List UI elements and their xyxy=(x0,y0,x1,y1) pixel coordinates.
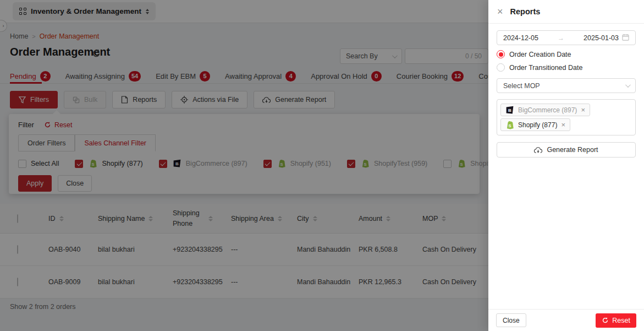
range-arrow-icon: → xyxy=(542,34,580,42)
shopify-icon: S xyxy=(505,121,514,129)
drawer-close-icon[interactable]: × xyxy=(497,7,503,17)
radio-order-transitioned-date[interactable]: Order Transitioned Date xyxy=(497,63,636,72)
date-from[interactable]: 2024-12-05 xyxy=(503,34,538,42)
selected-channels-box[interactable]: B BigCommerce (897) × S Shopify (877) × xyxy=(497,99,636,135)
drawer-generate-report-button[interactable]: Generate Report xyxy=(497,142,636,158)
svg-text:S: S xyxy=(508,123,511,128)
bigcommerce-icon: B xyxy=(505,106,514,115)
calendar-icon xyxy=(622,34,629,42)
tag-bigcommerce: B BigCommerce (897) × xyxy=(500,104,590,116)
order-management-screen: Inventory & Order Management › Home > Or… xyxy=(0,0,644,331)
tag-remove-icon[interactable]: × xyxy=(561,121,565,129)
drawer-close-button[interactable]: Close xyxy=(496,313,526,327)
tag-shopify: S Shopify (877) × xyxy=(500,118,570,131)
date-to[interactable]: 2025-01-03 xyxy=(584,34,619,42)
drawer-title: Reports xyxy=(510,7,541,16)
drawer-footer: Close Reset xyxy=(488,309,644,331)
radio-order-creation-date[interactable]: Order Creation Date xyxy=(497,50,636,58)
svg-text:B: B xyxy=(508,108,511,113)
radio-unselected xyxy=(497,63,505,72)
refresh-icon xyxy=(602,317,609,324)
select-mop-placeholder: Select MOP xyxy=(503,82,540,90)
chevron-down-icon xyxy=(625,82,631,88)
date-range-picker[interactable]: 2024-12-05 → 2025-01-03 xyxy=(497,30,636,45)
radio-selected xyxy=(497,50,505,58)
cloud-download-icon xyxy=(534,146,542,154)
select-mop-dropdown[interactable]: Select MOP xyxy=(497,78,636,93)
drawer-reset-button[interactable]: Reset xyxy=(596,313,636,328)
reports-drawer: × Reports 2024-12-05 → 2025-01-03 Order … xyxy=(488,0,644,331)
tag-remove-icon[interactable]: × xyxy=(581,106,585,114)
